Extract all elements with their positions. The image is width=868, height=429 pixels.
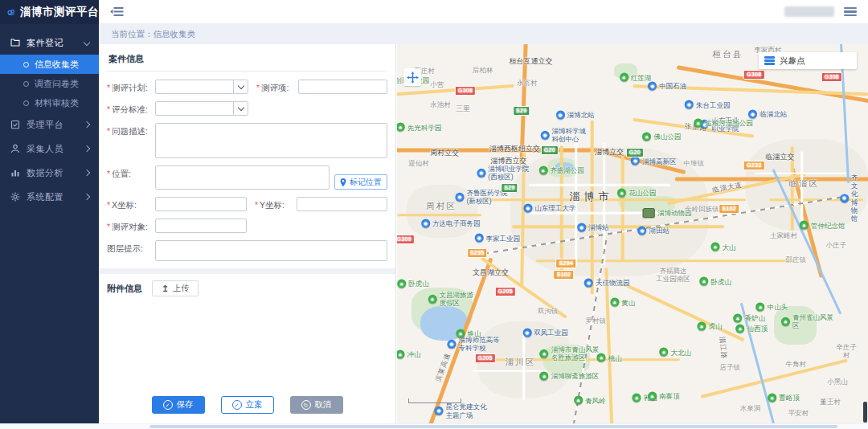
map-poi-marker[interactable]: ◆中国石油 [648, 82, 686, 91]
map-poi-marker[interactable]: ▲卧虎山 [699, 277, 731, 286]
map-road-badge: S102 [719, 202, 739, 214]
chevron-right-icon [84, 145, 90, 152]
map-poi-marker[interactable]: ▲佛山公园 [642, 132, 681, 141]
vertical-scrollbar-handle[interactable] [863, 402, 867, 423]
map-poi-marker[interactable]: ▲青风岭 [574, 396, 606, 405]
map-poi-marker[interactable]: ▲运粮河湿地公园 [694, 118, 753, 127]
map-poi-marker[interactable]: ◆湖田站 [638, 226, 670, 235]
map-poi-marker[interactable]: ◆淄博北站 [556, 110, 595, 119]
place-poi-icon: ◆ [577, 223, 586, 231]
map-poi-marker[interactable]: ◆齐文化博物馆 [840, 174, 858, 223]
scenic-poi-icon: ▲ [648, 391, 657, 400]
poi-layer-panel[interactable]: 兴趣点 [759, 52, 857, 69]
map-poi-marker[interactable]: ◆朱台工业园 [685, 100, 731, 109]
x-input[interactable] [155, 197, 247, 211]
map-pin-icon [340, 178, 346, 186]
desc-textarea[interactable] [155, 123, 387, 158]
map-poi-marker[interactable]: ◆双凤工业园 [522, 329, 568, 337]
file-case-button[interactable]: ✓ 立案 [221, 396, 274, 414]
map-poi-marker[interactable]: ◆临淄北站 [748, 110, 787, 119]
road-line [604, 268, 612, 424]
map-poi-marker[interactable]: ◆昆仑党建文化 主题广场 [435, 402, 487, 419]
scenic-poi-icon: ▲ [734, 314, 743, 323]
map-label: 周村立交 [430, 148, 459, 157]
map-poi-marker[interactable]: ▲淄博聊斋旅游区 [540, 371, 600, 380]
map-poi-marker[interactable]: ◆齐鲁医药学院 (新校区) [455, 189, 507, 205]
map-label: 迎仙村 [408, 159, 429, 167]
map-poi-marker[interactable]: ▲焕山 [457, 329, 481, 337]
map-poi-marker[interactable]: ▲中山头 [756, 302, 788, 311]
map-poi-marker[interactable]: ◆淄博站 [577, 223, 609, 231]
map-poi-marker[interactable]: ▲管仲纪念馆 [800, 221, 845, 230]
app-title: 淄博市测评平台 [20, 5, 99, 19]
app-logo: 淄博市测评平台 [0, 0, 99, 24]
map-poi-marker[interactable]: ▲齐盛湖公园 [538, 166, 584, 175]
map[interactable]: 淄博市临淄区周村区淄川区桓台县淄博立交临淄立交周村立交淄博西枢纽立交淄博西立交桓… [397, 44, 868, 424]
header-menu-icon[interactable] [844, 7, 857, 17]
map-poi-marker[interactable]: ◆淄博高新区 [631, 157, 677, 165]
map-poi-marker[interactable]: ◆李家工业园 [475, 234, 521, 243]
map-poi-marker[interactable]: ◆淄博科学城 科创中心 [541, 127, 587, 143]
map-poi-marker[interactable]: ▲青州雀山风景区 [781, 313, 839, 329]
collapse-sidebar-icon[interactable] [110, 6, 124, 17]
place-poi-icon: ◆ [477, 168, 485, 177]
chevron-down-icon [84, 39, 90, 46]
map-poi-marker[interactable]: ▲仙西顶 [736, 324, 768, 333]
map-poi-marker[interactable]: ◆天佳物流园 [584, 279, 630, 288]
map-poi-marker[interactable]: ▲冲山 [397, 349, 421, 358]
place-poi-icon: ◆ [541, 131, 550, 140]
road-line [591, 121, 594, 295]
sidebar-item[interactable]: 数据分析 [0, 161, 99, 185]
place-poi-icon: ◆ [685, 100, 694, 109]
sidebar-item[interactable]: 系统配置 [0, 185, 99, 209]
save-button[interactable]: ✓ 保存 [152, 396, 205, 414]
target-input[interactable] [155, 219, 247, 233]
layer-label: 图层提示: [107, 240, 155, 255]
map-poi-marker[interactable]: ◆方达电子商务园 [421, 219, 481, 227]
place-poi-icon: ◆ [584, 279, 593, 288]
sidebar-submenu: 信息收集类调查问卷类材料审核类 [0, 55, 99, 112]
layer-textarea[interactable] [155, 240, 387, 261]
map-poi-marker[interactable]: ◆淄博职业学院 (西校区) [477, 165, 529, 181]
map-poi-marker[interactable]: ▲红莲湖 [620, 73, 652, 82]
map-poi-marker[interactable]: ◆淄博师范高等 专科学校 [447, 336, 499, 352]
standard-select[interactable] [155, 101, 248, 116]
map-road-badge: G309 [397, 233, 415, 244]
map-poi-marker[interactable]: ◆山东理工大学 [523, 203, 575, 212]
map-poi-marker[interactable]: ▲卧虎山 [397, 279, 429, 288]
sidebar-item[interactable]: 案件登记 [0, 31, 99, 55]
plan-select[interactable] [155, 80, 248, 94]
user-name-redacted[interactable] [784, 6, 834, 17]
sidebar-subitem[interactable]: 信息收集类 [0, 55, 99, 74]
upload-button[interactable]: ↥ 上传 [152, 280, 199, 296]
item-input[interactable] [298, 80, 387, 94]
map-poi-marker[interactable]: ▲虎山 [698, 321, 723, 330]
map-poi-marker[interactable]: ▲黄山 [610, 298, 635, 307]
move-arrows-icon [407, 72, 419, 84]
plan-label: *测评计划: [107, 80, 155, 94]
map-label: 淄川区 [506, 357, 536, 367]
cancel-button[interactable]: ↻ 取消 [290, 396, 343, 414]
map-poi-marker[interactable]: ▲花山公园 [617, 188, 656, 197]
location-textarea[interactable] [155, 165, 330, 190]
map-poi-marker[interactable]: ▲文昌湖旅游 度假区 [428, 291, 474, 307]
sidebar-subitem[interactable]: 调查问卷类 [0, 74, 99, 93]
y-input[interactable] [297, 197, 387, 211]
pan-tool-button[interactable] [403, 68, 421, 86]
layers-icon [764, 56, 775, 65]
map-poi-marker[interactable]: ▲桃山 [597, 353, 622, 362]
horizontal-scrollbar-handle[interactable] [149, 425, 837, 428]
sidebar-item[interactable]: 受理平台 [0, 112, 99, 137]
map-poi-marker[interactable]: ▲大北山 [660, 348, 692, 357]
place-poi-icon: ◆ [421, 219, 430, 227]
sidebar-subitem[interactable]: 材料审核类 [0, 93, 99, 112]
map-poi-marker[interactable]: ▲先光科学园 [397, 123, 441, 132]
map-poi-marker[interactable]: ▲大山 [711, 243, 736, 251]
map-poi-marker[interactable]: ▲淄博市青山风景 名胜旅游区 [540, 345, 600, 362]
mark-location-button[interactable]: 标记位置 [334, 174, 387, 190]
map-poi-marker[interactable]: ▲香炉山 [734, 314, 766, 323]
map-poi-marker[interactable]: ▲南寨顶 [648, 391, 680, 400]
sidebar-item[interactable]: 采集人员 [0, 137, 99, 161]
map-label: 三里 [457, 104, 470, 112]
map-poi-marker[interactable]: ▲曹峪顶 [768, 393, 800, 402]
